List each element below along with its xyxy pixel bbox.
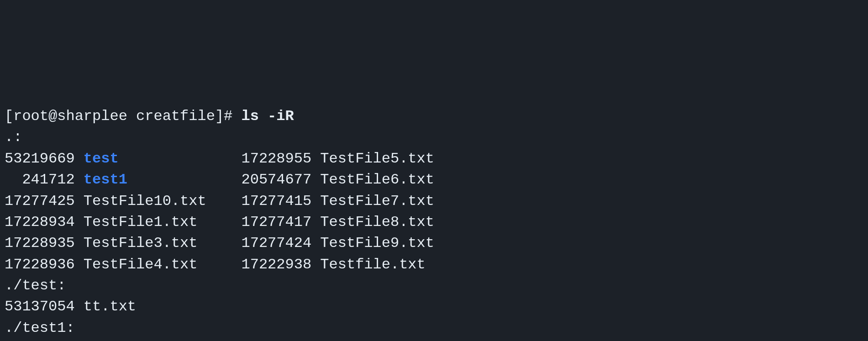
listing-row: 241712 test1 20574677 TestFile6.txt bbox=[5, 169, 863, 190]
terminal-output[interactable]: [root@sharplee creatfile]# ls -iR.:53219… bbox=[0, 106, 868, 339]
listing-row: 17228934 TestFile1.txt 17277417 TestFile… bbox=[5, 212, 863, 233]
directory-name: test bbox=[84, 150, 119, 167]
inode-number: 20574677 bbox=[241, 171, 320, 188]
command-text: ls -iR bbox=[241, 108, 294, 125]
file-name: TestFile4.txt bbox=[84, 256, 198, 273]
file-name: TestFile1.txt bbox=[84, 214, 198, 231]
inode-number: 17222938 bbox=[241, 256, 320, 273]
inode-number: 17228934 bbox=[5, 214, 84, 231]
inode-number: 17277417 bbox=[241, 214, 320, 231]
prompt-line: [root@sharplee creatfile]# ls -iR bbox=[5, 106, 863, 127]
file-name: Testfile.txt bbox=[320, 256, 425, 273]
inode-number: 53137054 bbox=[5, 298, 84, 315]
listing-row: 53137054 tt.txt bbox=[5, 296, 863, 317]
file-name: TestFile8.txt bbox=[320, 214, 434, 231]
file-name: TestFile7.txt bbox=[320, 193, 434, 210]
listing-row: 53219669 test 17228955 TestFile5.txt bbox=[5, 148, 863, 169]
section-header: .: bbox=[5, 127, 863, 148]
file-name: TestFile5.txt bbox=[320, 150, 434, 167]
file-name: tt.txt bbox=[84, 298, 136, 315]
inode-number: 17277415 bbox=[241, 193, 320, 210]
inode-number: 53219669 bbox=[5, 150, 84, 167]
inode-number: 241712 bbox=[5, 171, 84, 188]
inode-number: 17228955 bbox=[241, 150, 320, 167]
listing-row: 17228936 TestFile4.txt 17222938 Testfile… bbox=[5, 254, 863, 275]
listing-row: 17277425 TestFile10.txt 17277415 TestFil… bbox=[5, 191, 863, 212]
inode-number: 17228935 bbox=[5, 235, 84, 252]
inode-number: 17277424 bbox=[241, 235, 320, 252]
file-name: TestFile9.txt bbox=[320, 235, 434, 252]
ls-listing: .:53219669 test 17228955 TestFile5.txt 2… bbox=[5, 127, 863, 339]
file-name: TestFile10.txt bbox=[84, 193, 206, 210]
inode-number: 17228936 bbox=[5, 256, 84, 273]
prompt-text: [root@sharplee creatfile]# bbox=[5, 108, 241, 125]
directory-name: test1 bbox=[84, 171, 127, 188]
listing-row: 17228935 TestFile3.txt 17277424 TestFile… bbox=[5, 233, 863, 254]
section-header: ./test: bbox=[5, 275, 863, 296]
file-name: TestFile6.txt bbox=[320, 171, 434, 188]
inode-number: 17277425 bbox=[5, 193, 84, 210]
section-header: ./test1: bbox=[5, 318, 863, 339]
file-name: TestFile3.txt bbox=[84, 235, 198, 252]
